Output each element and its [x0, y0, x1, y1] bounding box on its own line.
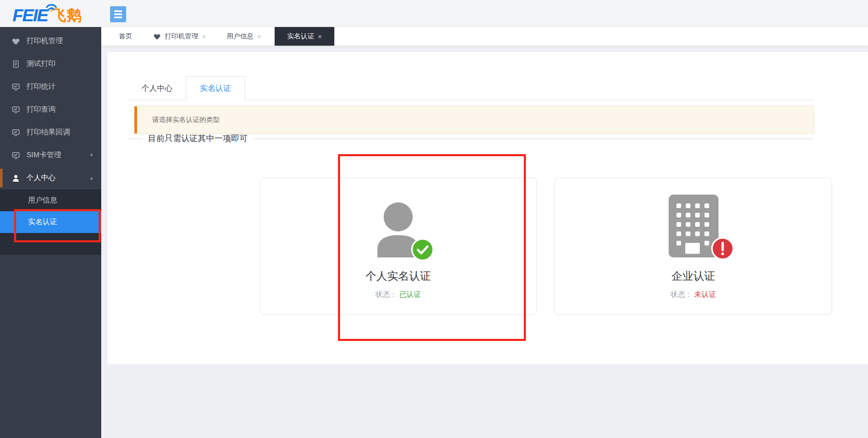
page-tab-user-info[interactable]: 用户信息 ×	[216, 27, 272, 46]
close-icon[interactable]: ×	[318, 33, 322, 40]
sidebar-item-print-result-callback[interactable]: 打印结果回调	[0, 121, 101, 144]
sidebar-item-personal-center[interactable]: 个人中心 ▲	[0, 167, 101, 189]
section-divider: 目前只需认证其中一项即可	[128, 133, 814, 144]
enterprise-auth-icon-wrap	[669, 195, 718, 257]
page-tab-label: 用户信息	[227, 32, 254, 41]
monitor-chart-icon	[11, 105, 20, 114]
sidebar-subitem-label: 实名认证	[28, 217, 57, 227]
sidebar-item-label: SIM卡管理	[26, 150, 61, 160]
page-tab-realname-auth[interactable]: 实名认证 ×	[275, 27, 334, 46]
sidebar-toggle-button[interactable]	[110, 6, 126, 22]
divider-line	[253, 139, 814, 139]
sidebar-item-print-statistics[interactable]: 打印统计	[0, 75, 101, 98]
open-pages-tabbar: 首页 打印机管理 × 用户信息 × 实名认证 ×	[101, 27, 868, 46]
page-tab-printer-management[interactable]: 打印机管理 ×	[143, 27, 216, 46]
sidebar-subitem-label: 用户信息	[28, 196, 57, 205]
monitor-chart-icon	[11, 83, 20, 91]
content-tab-label: 个人中心	[142, 84, 173, 93]
page-tab-label: 实名认证	[287, 32, 314, 41]
main-content-panel: 个人中心 实名认证 请选择实名认证的类型 目前只需认证其中一项即可	[107, 52, 868, 364]
sidebar-item-printer-management[interactable]: 打印机管理	[0, 30, 101, 52]
warning-alert-text: 请选择实名认证的类型	[152, 115, 220, 125]
document-icon	[11, 60, 20, 69]
chevron-up-icon: ▲	[89, 175, 94, 181]
sidebar-submenu-spacer	[0, 233, 101, 255]
sidebar-item-print-query[interactable]: 打印查询	[0, 98, 101, 121]
warning-alert: 请选择实名认证的类型	[134, 106, 814, 134]
status-value-unverified: 未认证	[694, 290, 716, 298]
logo-text-en: FEIE	[12, 5, 48, 25]
enterprise-auth-card[interactable]: 企业认证 状态： 未认证	[554, 177, 832, 315]
content-tab-personal-center[interactable]: 个人中心	[128, 76, 186, 100]
content-tab-label: 实名认证	[200, 84, 231, 93]
sidebar-item-label: 打印查询	[26, 105, 56, 114]
sidebar: 打印机管理 测试打印 打印统计 打印查询	[0, 27, 101, 438]
monitor-chart-icon	[11, 151, 20, 160]
sidebar-subitem-user-info[interactable]: 用户信息	[0, 189, 101, 211]
close-icon[interactable]: ×	[202, 33, 206, 40]
divider-text: 目前只需认证其中一项即可	[148, 133, 248, 144]
sidebar-item-test-print[interactable]: 测试打印	[0, 52, 101, 75]
sidebar-item-sim-card-management[interactable]: SIM卡管理 ▼	[0, 144, 101, 167]
personal-auth-icon-wrap	[376, 195, 421, 257]
status-value-verified: 已认证	[399, 290, 421, 298]
sidebar-item-label: 打印统计	[26, 82, 56, 91]
personal-auth-card[interactable]: 个人实名认证 状态： 已认证	[260, 177, 537, 315]
sidebar-item-label: 测试打印	[26, 59, 56, 69]
sidebar-subitem-realname-auth[interactable]: 实名认证	[0, 211, 101, 233]
page-tab-label: 打印机管理	[165, 32, 198, 41]
status-label: 状态：	[671, 290, 693, 298]
personal-center-submenu: 用户信息 实名认证	[0, 189, 101, 255]
wifi-icon	[45, 1, 58, 11]
personal-auth-status: 状态： 已认证	[375, 290, 421, 299]
top-header: FEIE 飞鹅	[0, 0, 868, 27]
content-tab-realname-auth[interactable]: 实名认证	[186, 76, 245, 100]
page-tab-home[interactable]: 首页	[108, 27, 143, 46]
monitor-chart-icon	[11, 128, 20, 137]
sidebar-item-label: 打印结果回调	[26, 128, 70, 137]
divider-line	[128, 139, 143, 139]
printer-cloud-icon	[153, 33, 161, 40]
status-label: 状态：	[375, 290, 397, 298]
user-icon	[11, 174, 20, 183]
logo[interactable]: FEIE 飞鹅	[12, 3, 82, 25]
app-window: FEIE 飞鹅 打印机管理 测试打印	[0, 0, 868, 438]
chevron-down-icon: ▼	[89, 153, 94, 158]
close-icon[interactable]: ×	[257, 33, 262, 40]
page-tab-label: 首页	[119, 32, 132, 41]
check-badge-icon	[411, 238, 434, 261]
exclamation-badge-icon	[711, 237, 734, 260]
sidebar-item-label: 个人中心	[26, 173, 56, 183]
enterprise-auth-status: 状态： 未认证	[671, 290, 716, 299]
enterprise-auth-title: 企业认证	[672, 269, 715, 283]
printer-cloud-icon	[11, 37, 20, 46]
personal-auth-title: 个人实名认证	[365, 269, 431, 283]
sidebar-item-label: 打印机管理	[26, 36, 63, 46]
